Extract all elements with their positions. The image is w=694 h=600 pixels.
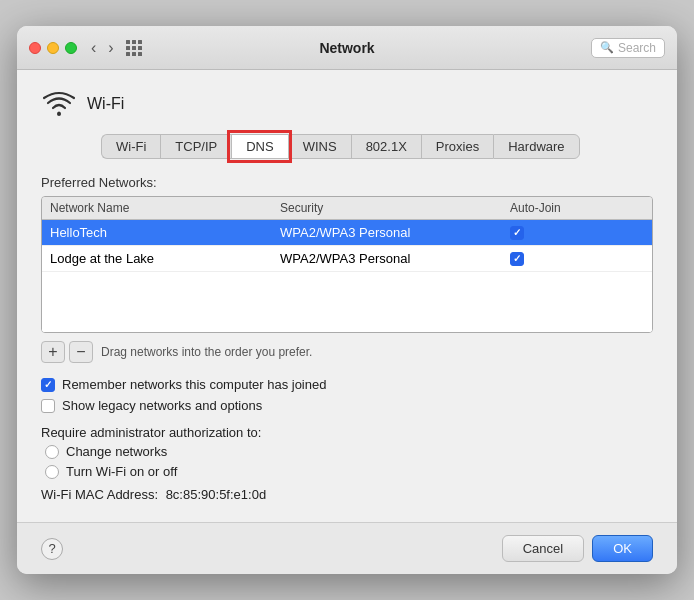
tab-wins[interactable]: WINS <box>288 134 351 159</box>
search-box[interactable]: 🔍 Search <box>591 38 665 58</box>
grid-dot <box>126 40 130 44</box>
tab-proxies[interactable]: Proxies <box>421 134 493 159</box>
add-remove-bar: + − Drag networks into the order you pre… <box>41 341 653 363</box>
tab-dns[interactable]: DNS <box>231 134 287 159</box>
wifi-label: Wi-Fi <box>87 95 124 113</box>
remember-label: Remember networks this computer has join… <box>62 377 326 392</box>
content-area: Wi-Fi Wi-Fi TCP/IP DNS WINS 802.1X Proxi… <box>17 70 677 522</box>
radio-change-networks-btn[interactable] <box>45 445 59 459</box>
autojoin-checkbox[interactable] <box>510 226 524 240</box>
tabs-bar: Wi-Fi TCP/IP DNS WINS 802.1X Proxies Har… <box>101 134 653 159</box>
change-networks-label: Change networks <box>66 444 167 459</box>
minimize-button[interactable] <box>47 42 59 54</box>
tab-hardware[interactable]: Hardware <box>493 134 579 159</box>
require-label: Require administrator authorization to: <box>41 425 653 440</box>
footer-actions: Cancel OK <box>502 535 653 562</box>
col-security: Security <box>280 201 510 215</box>
autojoin-cell <box>510 226 630 240</box>
preferred-networks-label: Preferred Networks: <box>41 175 653 190</box>
grid-dot <box>132 52 136 56</box>
tab-tcpip[interactable]: TCP/IP <box>160 134 231 159</box>
remember-checkbox[interactable] <box>41 378 55 392</box>
autojoin-checkbox[interactable] <box>510 252 524 266</box>
network-name-cell: Lodge at the Lake <box>50 251 280 266</box>
mac-address-value: 8c:85:90:5f:e1:0d <box>166 487 266 502</box>
legacy-label: Show legacy networks and options <box>62 398 262 413</box>
search-icon: 🔍 <box>600 41 614 54</box>
nav-buttons: ‹ › <box>87 37 118 59</box>
grid-dot <box>126 46 130 50</box>
grid-dot <box>132 40 136 44</box>
tab-wifi[interactable]: Wi-Fi <box>101 134 160 159</box>
wifi-icon <box>41 86 77 122</box>
legacy-checkbox[interactable] <box>41 399 55 413</box>
grid-dot <box>138 40 142 44</box>
security-cell: WPA2/WPA3 Personal <box>280 251 510 266</box>
option-legacy: Show legacy networks and options <box>41 398 653 413</box>
table-header: Network Name Security Auto-Join <box>42 197 652 220</box>
option-remember: Remember networks this computer has join… <box>41 377 653 392</box>
table-row[interactable]: HelloTech WPA2/WPA3 Personal <box>42 220 652 246</box>
network-name-cell: HelloTech <box>50 225 280 240</box>
grid-dot <box>138 46 142 50</box>
back-button[interactable]: ‹ <box>87 37 100 59</box>
drag-hint: Drag networks into the order you prefer. <box>101 345 312 359</box>
table-body: HelloTech WPA2/WPA3 Personal Lodge at th… <box>42 220 652 332</box>
window-title: Network <box>319 40 374 56</box>
main-window: ‹ › Network 🔍 Search <box>17 26 677 574</box>
radio-toggle-wifi-btn[interactable] <box>45 465 59 479</box>
mac-address-row: Wi-Fi MAC Address: 8c:85:90:5f:e1:0d <box>41 487 653 502</box>
autojoin-cell <box>510 252 630 266</box>
grid-dot <box>132 46 136 50</box>
svg-point-0 <box>57 112 61 116</box>
toggle-wifi-label: Turn Wi-Fi on or off <box>66 464 177 479</box>
empty-space <box>42 272 652 332</box>
options-section: Remember networks this computer has join… <box>41 377 653 413</box>
maximize-button[interactable] <box>65 42 77 54</box>
app-grid-icon[interactable] <box>126 40 142 56</box>
table-row[interactable]: Lodge at the Lake WPA2/WPA3 Personal <box>42 246 652 272</box>
remove-network-button[interactable]: − <box>69 341 93 363</box>
radio-toggle-wifi: Turn Wi-Fi on or off <box>45 464 653 479</box>
wifi-header: Wi-Fi <box>41 86 653 122</box>
search-placeholder: Search <box>618 41 656 55</box>
footer: ? Cancel OK <box>17 522 677 574</box>
traffic-lights <box>29 42 77 54</box>
col-network-name: Network Name <box>50 201 280 215</box>
require-auth-section: Require administrator authorization to: … <box>41 425 653 479</box>
ok-button[interactable]: OK <box>592 535 653 562</box>
networks-table: Network Name Security Auto-Join HelloTec… <box>41 196 653 333</box>
grid-dot <box>138 52 142 56</box>
security-cell: WPA2/WPA3 Personal <box>280 225 510 240</box>
close-button[interactable] <box>29 42 41 54</box>
titlebar: ‹ › Network 🔍 Search <box>17 26 677 70</box>
grid-dot <box>126 52 130 56</box>
add-network-button[interactable]: + <box>41 341 65 363</box>
cancel-button[interactable]: Cancel <box>502 535 584 562</box>
col-autojoin: Auto-Join <box>510 201 630 215</box>
forward-button[interactable]: › <box>104 37 117 59</box>
mac-address-label: Wi-Fi MAC Address: <box>41 487 158 502</box>
help-button[interactable]: ? <box>41 538 63 560</box>
tab-8021x[interactable]: 802.1X <box>351 134 421 159</box>
radio-change-networks: Change networks <box>45 444 653 459</box>
